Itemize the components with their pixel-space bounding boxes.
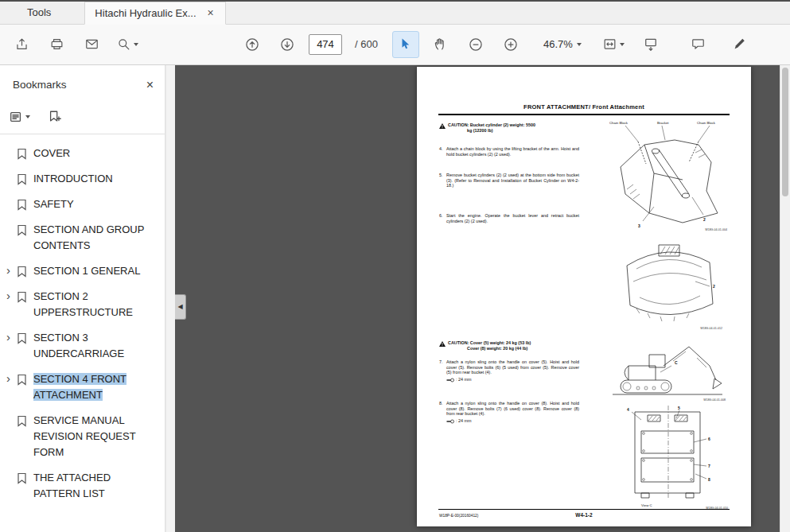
bookmark-icon — [17, 374, 27, 390]
dropdown-caret-icon — [134, 43, 138, 46]
figure-id: W18G-04-01-012 — [700, 327, 722, 330]
sidebar-scrollbar[interactable] — [165, 65, 175, 532]
new-bookmark-icon[interactable] — [45, 108, 64, 126]
bookmark-list: › COVER › INTRODUCTION › SAFETY › — [0, 134, 165, 507]
select-tool-icon[interactable] — [392, 31, 419, 58]
tab-document-label: Hitachi Hydraulic Ex... — [95, 7, 196, 19]
zoom-tool-icon[interactable] — [113, 31, 142, 58]
bookmark-options-icon[interactable] — [6, 108, 33, 126]
dropdown-caret-icon — [577, 43, 582, 46]
bookmark-item-the-attached-pattern-list[interactable]: › THE ATTACHED PATTERN LIST — [0, 465, 165, 507]
step-text: Start the engine. Operate the bucket lev… — [439, 213, 579, 224]
bookmark-icon — [17, 199, 27, 216]
bookmark-item-section-4-front-attachment[interactable]: › SECTION 4 FRONT ATTACHMENT — [0, 367, 165, 408]
tab-tools[interactable]: Tools — [14, 2, 64, 24]
bookmark-item-section-3-undercarriage[interactable]: › SECTION 3 UNDERCARRIAGE — [0, 325, 165, 367]
bookmark-label: THE ATTACHED PATTERN LIST — [33, 472, 111, 499]
wrench-size-note: : 24 mm — [439, 418, 579, 424]
bookmark-icon — [17, 148, 27, 165]
caution-line: kg (12200 lb) — [448, 128, 535, 134]
comment-icon[interactable] — [685, 31, 712, 58]
bookmarks-panel-header: Bookmarks × — [0, 65, 165, 100]
bookmark-label: SECTION 4 FRONT ATTACHMENT — [33, 373, 126, 401]
zoom-in-icon[interactable] — [497, 31, 524, 58]
step-text: Attach a chain block by using the liftin… — [439, 146, 579, 157]
zoom-out-icon[interactable] — [462, 31, 489, 58]
close-tab-icon[interactable]: × — [206, 6, 216, 19]
warning-icon — [439, 123, 446, 129]
step-text: Remove bucket cylinders (2) (2 used) at … — [439, 173, 579, 188]
caution-note-2: CAUTION: Cover (5) weight: 24 kg (53 lb)… — [439, 340, 586, 351]
email-icon[interactable] — [78, 31, 105, 58]
bookmark-item-section-1-general[interactable]: › SECTION 1 GENERAL — [0, 258, 165, 284]
figure-bucket: 2 W18G-04-01-012 — [613, 235, 724, 331]
previous-page-icon[interactable] — [239, 31, 266, 58]
heading-rule — [438, 114, 730, 115]
chevron-right-icon[interactable]: › — [6, 288, 10, 304]
vertical-scrollbar[interactable] — [780, 65, 790, 532]
close-panel-icon[interactable]: × — [146, 78, 154, 92]
bookmark-item-introduction[interactable]: › INTRODUCTION — [0, 166, 165, 192]
acrobat-window: Tools Hitachi Hydraulic Ex... × — [0, 0, 790, 532]
bookmark-icon — [17, 173, 27, 190]
bookmark-label: INTRODUCTION — [33, 173, 113, 184]
scroll-mode-icon[interactable] — [637, 31, 664, 58]
procedure-step: 8. Attach a nylon sling onto the handle … — [439, 401, 579, 424]
part-number: 8 — [708, 477, 710, 482]
figure-label: Chain Block — [697, 121, 716, 125]
share-icon[interactable] — [8, 31, 35, 58]
bookmark-item-safety[interactable]: › SAFETY — [0, 192, 165, 217]
bookmark-label: SECTION AND GROUP CONTENTS — [33, 223, 144, 251]
figure-caption: View C — [641, 503, 652, 507]
bookmark-item-section-2-upperstructure[interactable]: › SECTION 2 UPPERSTRUCTURE — [0, 284, 165, 325]
wrench-icon — [446, 419, 454, 424]
zoom-level-value: 46.7% — [543, 38, 573, 50]
bookmark-label: COVER — [33, 147, 70, 159]
print-icon[interactable] — [43, 31, 70, 58]
dropdown-caret-icon — [25, 115, 30, 118]
procedure-step: 4. Attach a chain block by using the lif… — [439, 146, 579, 157]
bookmarks-panel: Bookmarks × › COVER — [0, 65, 165, 532]
step-number: 5. — [439, 173, 443, 178]
bookmark-item-section-and-group-contents[interactable]: › SECTION AND GROUP CONTENTS — [0, 217, 165, 258]
bookmarks-panel-title: Bookmarks — [13, 79, 67, 91]
bookmark-label: SECTION 3 UNDERCARRIAGE — [33, 332, 124, 359]
figure-id: W18G-04-01-008 — [703, 398, 726, 402]
step-number: 8. — [439, 401, 443, 406]
bookmark-label: SECTION 1 GENERAL — [33, 265, 140, 277]
hand-tool-icon[interactable] — [427, 31, 454, 58]
scrollbar-thumb[interactable] — [782, 68, 788, 196]
part-number: 4 — [627, 407, 629, 412]
zoom-level-dropdown[interactable]: 46.7% — [539, 36, 586, 52]
caution-line: CAUTION: Cover (5) weight: 24 kg (53 lb) — [448, 340, 531, 346]
bookmarks-toolbar — [0, 100, 165, 134]
warning-icon — [439, 341, 446, 347]
caution-line: Cover (8) weight: 20 kg (44 lb) — [448, 346, 531, 351]
part-number: 2 — [703, 217, 706, 222]
wrench-size-note: : 24 mm — [439, 377, 579, 382]
part-number: 2 — [713, 284, 715, 289]
procedure-step: 7. Attach a nylon sling onto the handle … — [439, 359, 579, 382]
bookmark-label: SECTION 2 UPPERSTRUCTURE — [33, 290, 133, 318]
chevron-right-icon[interactable]: › — [6, 371, 10, 386]
pdf-page-heading: FRONT ATTACHMENT/ Front Attachment — [417, 103, 751, 111]
figure-label: Bracket — [657, 121, 669, 125]
document-pane: ◀ FRONT ATTACHMENT/ Front Attachment CAU… — [175, 65, 780, 532]
figure-excavator-side-view: C W18G-04-01-008 — [608, 334, 727, 402]
chevron-right-icon[interactable]: › — [6, 262, 10, 278]
tab-tools-label: Tools — [27, 6, 51, 18]
next-page-icon[interactable] — [274, 31, 301, 58]
main-toolbar: / 600 46.7% — [0, 25, 790, 65]
figure-bucket-cylinder-removal: Chain Block Bracket Chain Block 3 2 — [606, 118, 729, 232]
collapse-sidebar-handle[interactable]: ◀ — [175, 294, 186, 320]
bookmark-item-service-manual-revision-request-form[interactable]: › SERVICE MANUAL REVISION REQUEST FORM — [0, 408, 165, 465]
fit-width-icon[interactable] — [599, 31, 628, 58]
bookmark-item-cover[interactable]: › COVER — [0, 141, 165, 166]
page-number-input[interactable] — [309, 34, 342, 55]
bookmark-label: SAFETY — [33, 198, 74, 210]
part-number: 3 — [638, 223, 640, 228]
tab-document[interactable]: Hitachi Hydraulic Ex... × — [84, 2, 225, 25]
fill-sign-pen-icon[interactable] — [726, 31, 753, 58]
chevron-right-icon[interactable]: › — [6, 329, 10, 345]
step-number: 6. — [439, 213, 443, 219]
